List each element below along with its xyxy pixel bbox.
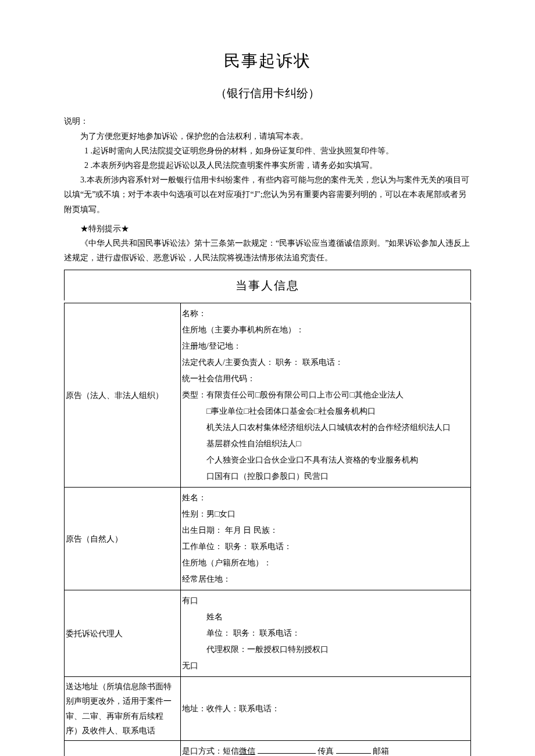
org-type-2: □事业单位□社会团体口基金会□社会服务机构口 [182, 403, 469, 420]
blank-field [258, 746, 316, 754]
eservice-label: 是否接受电子送达 [65, 741, 181, 756]
intro-line-4: 3.本表所涉内容系针对一般银行信用卡纠纷案件，有些内容可能与您的案件无关，您认为… [64, 173, 471, 217]
agent-no: 无口 [182, 658, 469, 674]
org-name: 名称： [182, 306, 469, 322]
notice-label: ★特别提示★ [64, 221, 471, 236]
person-domicile: 住所地（户籍所在地）： [182, 555, 469, 571]
eservice-wechat: 微信 [239, 747, 255, 755]
eservice-email: 邮箱 [373, 747, 389, 755]
parties-table: 原告（法人、非法人组织） 名称： 住所地（主要办事机构所在地）： 注册地/登记地… [64, 303, 471, 756]
intro-line-2: 1 .起诉时需向人民法院提交证明您身份的材料，如身份证复印件、营业执照复印件等。 [64, 144, 471, 158]
document-title: 民事起诉状 [64, 46, 471, 76]
blank-field [336, 746, 371, 754]
agent-label: 委托诉讼代理人 [65, 590, 181, 677]
person-residence: 经常居住地： [182, 571, 469, 587]
plaintiff-org-label: 原告（法人、非法人组织） [65, 303, 181, 488]
org-legal-rep: 法定代表人/主要负责人： 职务： 联系电话： [182, 354, 469, 371]
org-domicile: 住所地（主要办事机构所在地）： [182, 322, 469, 338]
table-row: 是否接受电子送达 是口方式：短信微信 传真 邮箱 其他 否口 [65, 741, 471, 756]
agent-unit: 单位： 职务： 联系电话： [182, 625, 469, 642]
person-name: 姓名： [182, 490, 469, 506]
eservice-sms: 是口方式：短信 [182, 747, 239, 755]
plaintiff-org-content: 名称： 住所地（主要办事机构所在地）： 注册地/登记地： 法定代表人/主要负责人… [181, 303, 471, 488]
service-address-content: 地址：收件人：联系电话： [181, 677, 471, 741]
agent-content: 有口 姓名 单位： 职务： 联系电话： 代理权限：一般授权口特别授权口 无口 [181, 590, 471, 677]
document-subtitle: （银行信用卡纠纷） [64, 83, 471, 103]
table-row: 送达地址（所填信息除书面特别声明更改外，适用于案件一审、二审、再审所有后续程序）… [65, 677, 471, 741]
org-registered: 注册地/登记地： [182, 338, 469, 354]
service-address-label: 送达地址（所填信息除书面特别声明更改外，适用于案件一审、二审、再审所有后续程序）… [65, 677, 181, 741]
table-row: 原告（法人、非法人组织） 名称： 住所地（主要办事机构所在地）： 注册地/登记地… [65, 303, 471, 488]
person-dob: 出生日期： 年月 日 民族： [182, 522, 469, 539]
instructions-block: 说明： 为了方便您更好地参加诉讼，保护您的合法权利，请填写本表。 1 .起诉时需… [64, 114, 471, 216]
plaintiff-person-label: 原告（自然人） [65, 488, 181, 590]
notice-text: 《中华人民共和国民事诉讼法》第十三条第一款规定：“民事诉讼应当遵循诚信原则。”如… [64, 236, 471, 265]
table-row: 委托诉讼代理人 有口 姓名 单位： 职务： 联系电话： 代理权限：一般授权口特别… [65, 590, 471, 677]
agent-yes: 有口 [182, 593, 469, 609]
eservice-fax: 传真 [318, 747, 334, 755]
intro-line-1: 为了方便您更好地参加诉讼，保护您的合法权利，请填写本表。 [64, 129, 471, 144]
plaintiff-person-content: 姓名： 性别：男□女口 出生日期： 年月 日 民族： 工作单位： 职务： 联系电… [181, 488, 471, 590]
table-row: 原告（自然人） 姓名： 性别：男□女口 出生日期： 年月 日 民族： 工作单位：… [65, 488, 471, 590]
person-work: 工作单位： 职务： 联系电话： [182, 539, 469, 555]
intro-line-3: 2 .本表所列内容是您提起诉讼以及人民法院查明案件事实所需，请务必如实填写。 [64, 158, 471, 173]
service-address-line: 地址：收件人：联系电话： [182, 701, 469, 717]
org-type-4: 基层群众性自治组织法人□ [182, 436, 469, 452]
org-type-5: 个人独资企业口合伙企业口不具有法人资格的专业服务机构 [182, 452, 469, 468]
notice-block: ★特别提示★ 《中华人民共和国民事诉讼法》第十三条第一款规定：“民事诉讼应当遵循… [64, 221, 471, 266]
eservice-content: 是口方式：短信微信 传真 邮箱 其他 否口 [181, 741, 471, 756]
org-credit-code: 统一社会信用代码： [182, 371, 469, 387]
agent-name: 姓名 [182, 609, 469, 625]
org-type-6: 口国有口（控股口参股口）民营口 [182, 468, 469, 485]
intro-label: 说明： [64, 114, 471, 128]
agent-authority: 代理权限：一般授权口特别授权口 [182, 642, 469, 658]
org-type-3: 机关法人口农村集体经济组织法人口城镇农村的合作经济组织法人口 [182, 420, 469, 436]
org-type-1: 类型：有限责任公司□股份有限公司口上市公司□其他企业法人 [182, 387, 469, 403]
section-header-parties: 当事人信息 [64, 270, 471, 300]
person-gender: 性别：男□女口 [182, 506, 469, 522]
eservice-yes: 是口方式：短信微信 传真 邮箱 [182, 743, 469, 756]
